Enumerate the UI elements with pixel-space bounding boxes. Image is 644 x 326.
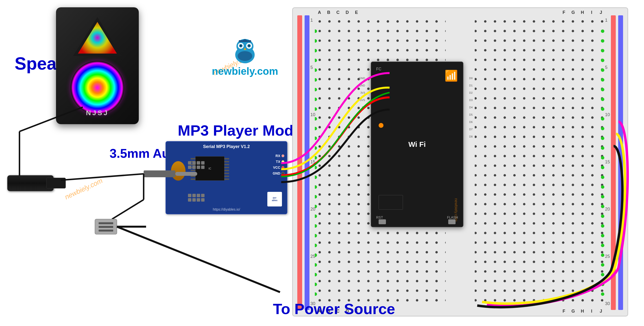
svg-line-12 bbox=[117, 227, 280, 292]
esp-wifi-symbol: 📶 bbox=[444, 70, 458, 82]
breadboard: A B C D E F G H I J A B C D E bbox=[292, 7, 628, 316]
mp3-audio-jack bbox=[171, 161, 186, 181]
svg-point-81 bbox=[601, 185, 604, 189]
svg-rect-36 bbox=[475, 16, 606, 307]
svg-point-78 bbox=[601, 156, 604, 160]
esp-flash-button[interactable] bbox=[448, 219, 456, 224]
esp-pin-labels-left: GND GND 3V3 SVS A0 bbox=[359, 77, 365, 109]
breadboard-col-labels-bottom-right: F G H I J bbox=[559, 309, 606, 314]
svg-point-65 bbox=[601, 30, 604, 33]
svg-point-80 bbox=[601, 176, 604, 179]
watermark-1: newbiely.com bbox=[64, 177, 104, 201]
svg-line-11 bbox=[61, 174, 144, 180]
speaker-image: NJSJ bbox=[56, 7, 148, 129]
breadboard-rail-left-red bbox=[297, 15, 302, 310]
main-container: newbiely.com newbiely.com newbiely.com S… bbox=[0, 0, 644, 326]
svg-point-86 bbox=[601, 234, 604, 238]
svg-point-69 bbox=[601, 68, 604, 72]
speaker-brand-text: NJSJ bbox=[86, 109, 109, 117]
svg-point-19 bbox=[240, 45, 242, 46]
breadboard-col-labels-top-left: A B C D E bbox=[315, 10, 361, 15]
svg-rect-9 bbox=[98, 230, 113, 232]
mp3-pin-grid-left bbox=[188, 161, 204, 169]
esp-fc-label: FC bbox=[376, 67, 381, 71]
esp-rst-button[interactable] bbox=[378, 219, 386, 224]
svg-line-5 bbox=[112, 200, 144, 219]
mp3-diyables-logo: DIYables bbox=[267, 192, 282, 206]
mp3-pin-tx: TX bbox=[269, 160, 280, 164]
svg-point-77 bbox=[601, 146, 604, 150]
svg-point-88 bbox=[601, 254, 604, 257]
mp3-board-title: Serial MP3 Player V1.2 bbox=[203, 144, 250, 149]
svg-point-66 bbox=[601, 39, 604, 42]
breadboard-row-numbers-right: 1 5 10 15 20 25 30 bbox=[605, 18, 610, 306]
svg-point-84 bbox=[601, 214, 604, 218]
svg-point-91 bbox=[601, 283, 604, 286]
svg-point-68 bbox=[601, 59, 604, 62]
svg-point-89 bbox=[601, 263, 604, 266]
breadboard-rail-right-blue bbox=[618, 15, 623, 310]
esp-pin-labels-right: D0 D1 D2 D3 D4 D5 D6 D7 D8 bbox=[469, 77, 472, 138]
mp3-url: https://diyables.io/ bbox=[213, 208, 240, 211]
svg-point-74 bbox=[601, 117, 604, 120]
svg-point-22 bbox=[238, 51, 252, 61]
esp-wifi-text: Wi Fi bbox=[408, 140, 426, 148]
mp3-module-board: Serial MP3 Player V1.2 IC bbox=[166, 141, 287, 214]
esp-rst-label: RST bbox=[376, 216, 383, 219]
svg-point-70 bbox=[601, 78, 604, 82]
mp3-right-pins: RX TX VCC GND bbox=[269, 154, 284, 175]
svg-point-79 bbox=[601, 166, 604, 169]
svg-rect-7 bbox=[98, 222, 113, 224]
speaker-cable bbox=[7, 175, 54, 191]
svg-point-73 bbox=[601, 107, 604, 111]
svg-rect-6 bbox=[95, 219, 117, 234]
svg-point-82 bbox=[601, 195, 604, 198]
svg-point-72 bbox=[601, 98, 604, 101]
esp-led bbox=[378, 123, 384, 128]
breadboard-rail-left-blue bbox=[304, 15, 310, 310]
svg-point-83 bbox=[601, 205, 604, 208]
svg-rect-8 bbox=[98, 226, 113, 228]
svg-point-20 bbox=[248, 45, 250, 46]
breadboard-col-labels-top-right: F G H I J bbox=[559, 10, 606, 15]
breadboard-rail-right-red bbox=[611, 15, 616, 310]
svg-point-75 bbox=[601, 127, 604, 130]
svg-point-85 bbox=[601, 224, 604, 228]
newbiely-logo: newbiely.com bbox=[212, 39, 278, 77]
mp3-pin-grid-bottom bbox=[188, 194, 204, 202]
svg-point-76 bbox=[601, 136, 604, 140]
newbiely-url: newbiely.com bbox=[212, 66, 278, 77]
mp3-pin-rx: RX bbox=[269, 154, 280, 158]
power-source-label: To Power Source bbox=[273, 300, 395, 318]
esp-chip bbox=[378, 195, 403, 210]
svg-point-67 bbox=[601, 49, 604, 52]
esp8266-module: FC 📶 Wi Fi newbiely.com RST FLASH bbox=[371, 62, 463, 227]
svg-point-92 bbox=[601, 292, 604, 296]
svg-point-87 bbox=[601, 244, 604, 247]
breadboard-container: A B C D E F G H I J A B C D E bbox=[292, 7, 628, 316]
mp3-pin-gnd: GND bbox=[269, 172, 280, 175]
svg-point-90 bbox=[601, 273, 604, 276]
svg-point-71 bbox=[601, 88, 604, 91]
esp-flash-label: FLASH bbox=[447, 216, 458, 219]
mp3-pin-vcc: VCC bbox=[269, 166, 280, 170]
